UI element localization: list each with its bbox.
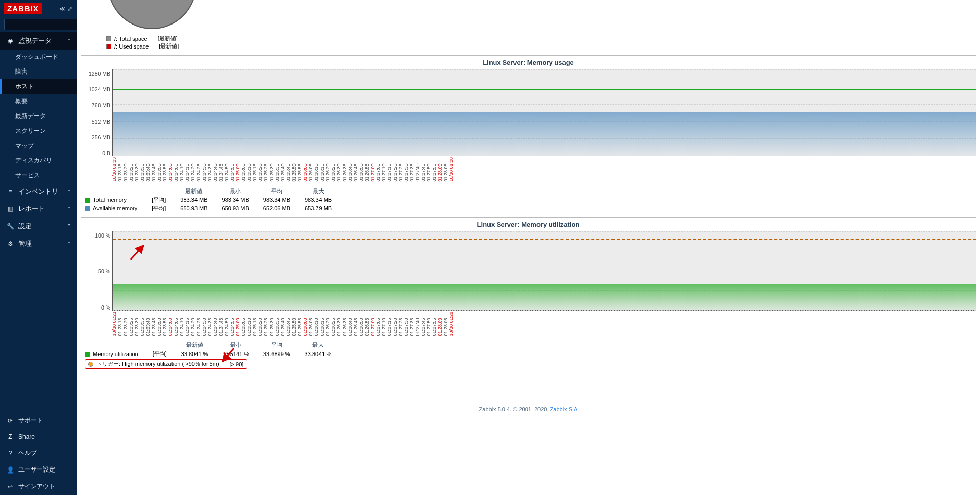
x-tick: 01:25:15 [253,157,257,182]
y-tick: 0 % [81,304,110,311]
x-tick: 01:26:15 [320,157,325,182]
x-tick: 01:23:45 [152,312,156,336]
x-tick: 01:25:20 [258,312,263,336]
chevron-icon: ˄ [68,38,70,44]
x-tick: 01:24:05 [174,312,179,336]
x-tick: 01:27:50 [427,157,431,182]
x-tick: 01:27:30 [404,312,409,336]
x-tick: 01:27:35 [410,157,414,182]
x-tick: 01:27:30 [404,157,409,182]
nav-bottom-Share[interactable]: ZShare [0,429,77,444]
logo[interactable]: ZABBIX [4,3,42,14]
chart-legend: 最新値最小平均最大Memory utilization[平均]33.8041 %… [85,341,338,358]
x-tick: 01:26:55 [365,312,370,336]
chart-panel-0: Linux Server: Memory usage 1280 MB1024 M… [81,55,976,213]
x-tick: 01:26:20 [326,312,330,336]
x-tick: 01:23:25 [129,312,134,336]
x-tick: 01:25:20 [258,157,263,182]
x-tick: 01:23:15 [118,157,122,182]
x-tick: 01:23:25 [129,157,134,182]
x-tick: 01:23:40 [146,312,151,336]
chart-plot[interactable] [112,69,976,156]
x-tick: 01:24:50 [225,312,229,336]
nav-section-監視データ[interactable]: ◉監視データ˄ [0,32,77,50]
nav-item-最新データ[interactable]: 最新データ [0,109,77,124]
x-tick: 01:26:25 [331,157,336,182]
nav-item-スクリーン[interactable]: スクリーン [0,124,77,138]
x-tick: 01:23:45 [152,157,156,182]
chevron-icon: ˅ [68,241,70,247]
nav-item-ディスカバリ[interactable]: ディスカバリ [0,153,77,168]
x-tick: 01:24:15 [185,312,190,336]
nav-bottom-ヘルプ[interactable]: ?ヘルプ [0,444,77,461]
x-axis: 10/30 01:2301:23:1501:23:2001:23:2501:23… [112,311,976,336]
x-tick: 01:24:10 [180,157,184,182]
x-tick: 01:25:40 [281,157,285,182]
x-tick: 01:25:00 [236,157,240,182]
x-tick: 10/30 01:28 [449,157,454,182]
disk-pie-chart [106,0,198,31]
section-icon: ◉ [6,37,14,44]
x-tick: 01:27:20 [393,312,398,336]
x-tick: 01:25:45 [286,312,291,336]
x-tick: 01:24:35 [208,157,212,182]
x-tick: 01:23:55 [163,157,167,182]
y-tick: 1280 MB [81,70,110,77]
swatch-used-space [106,44,111,49]
legend-used-space: /: Used space [114,43,149,50]
x-tick: 01:26:30 [337,312,341,336]
x-tick: 01:26:50 [359,312,364,336]
nav-item-障害[interactable]: 障害 [0,64,77,79]
nav-bottom-サインアウト[interactable]: ↩サインアウト [0,478,77,495]
x-tick: 01:26:00 [303,157,308,182]
x-tick: 10/30 01:28 [449,312,454,336]
x-tick: 01:27:05 [376,157,381,182]
chart-plot[interactable] [112,231,976,311]
x-tick: 01:27:50 [427,312,431,336]
x-tick: 01:27:25 [399,312,403,336]
x-tick: 01:25:25 [264,312,268,336]
nav-section-設定[interactable]: 🔧設定˅ [0,218,77,235]
svg-point-2 [108,0,196,29]
x-tick: 01:23:50 [157,312,162,336]
x-tick: 01:24:25 [197,157,201,182]
x-tick: 01:27:05 [376,312,381,336]
x-tick: 01:26:35 [342,157,347,182]
x-tick: 01:24:30 [202,312,207,336]
footer-link[interactable]: Zabbix SIA [550,406,578,412]
nav-item-サービス[interactable]: サービス [0,168,77,183]
nav-item-概要[interactable]: 概要 [0,94,77,109]
nav-item-マップ[interactable]: マップ [0,138,77,153]
collapse-icon[interactable]: ≪ ⤢ [59,5,72,12]
main-content: /: Total space [最新値] /: Used space [最新値]… [77,0,980,495]
x-tick: 01:25:55 [298,157,302,182]
y-tick: 256 MB [81,134,110,140]
nav-section-レポート[interactable]: ▥レポート˅ [0,200,77,218]
y-tick: 768 MB [81,102,110,108]
nav-bottom-サポート[interactable]: ⟳サポート [0,412,77,429]
nav-bottom-ユーザー設定[interactable]: 👤ユーザー設定 [0,461,77,478]
x-tick: 01:24:45 [219,312,224,336]
chevron-icon: ˅ [68,224,70,229]
x-tick: 01:27:00 [371,157,375,182]
chart-title: Linux Server: Memory utilization [81,221,976,228]
x-tick: 01:24:10 [180,312,184,336]
x-tick: 01:24:50 [225,157,229,182]
swatch-total-space [106,36,111,41]
disk-legend: /: Total space [最新値] /: Used space [最新値] [106,35,976,50]
series-Memory utilization [113,284,976,310]
x-tick: 01:25:10 [247,157,252,182]
bottom-icon: 👤 [6,466,14,474]
x-tick: 01:24:30 [202,157,207,182]
nav-item-ホスト[interactable]: ホスト [0,79,77,94]
svg-line-3 [131,246,143,260]
x-tick: 01:26:45 [354,312,358,336]
nav-section-インベントリ[interactable]: ≡インベントリ˅ [0,183,77,200]
y-tick: 50 % [81,268,110,274]
x-tick: 01:23:30 [135,312,139,336]
x-tick: 01:27:35 [410,312,414,336]
nav-section-管理[interactable]: ⚙管理˅ [0,235,77,252]
legend-total-space: /: Total space [114,36,148,42]
nav-item-ダッシュボード[interactable]: ダッシュボード [0,50,77,64]
x-tick: 01:25:55 [298,312,302,336]
